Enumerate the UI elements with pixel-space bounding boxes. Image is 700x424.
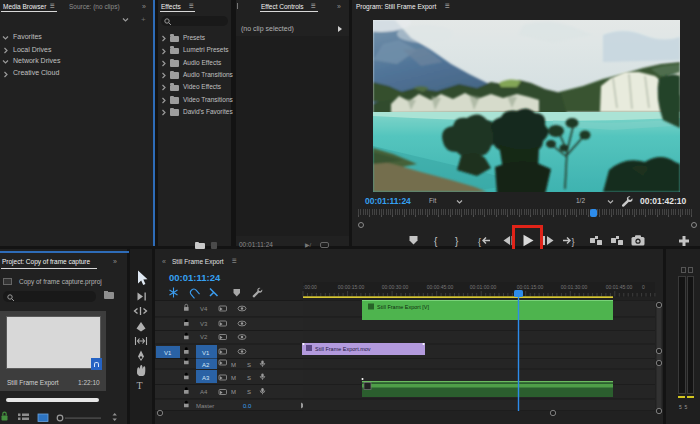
- svg-text:{: {: [434, 236, 438, 247]
- svg-text:A2: A2: [202, 362, 210, 368]
- svg-text:M: M: [231, 389, 236, 395]
- svg-text:}: }: [572, 237, 575, 247]
- svg-text:Still Frame Export [V]: Still Frame Export [V]: [377, 304, 429, 310]
- svg-text:0: 0: [642, 284, 645, 290]
- svg-text:V3: V3: [200, 321, 208, 327]
- svg-text:V1: V1: [202, 350, 210, 356]
- svg-text:00:01:30:00: 00:01:30:00: [561, 284, 588, 290]
- svg-text:M: M: [231, 375, 236, 381]
- svg-text:Still Frame Export.mov: Still Frame Export.mov: [315, 346, 371, 352]
- svg-text:00:01:45:00: 00:01:45:00: [606, 284, 633, 290]
- svg-text:S: S: [247, 375, 251, 381]
- svg-text:00:00:15:00: 00:00:15:00: [338, 284, 365, 290]
- svg-text:V1: V1: [164, 350, 172, 356]
- svg-text:V4: V4: [200, 306, 208, 312]
- svg-text:V2: V2: [200, 334, 208, 340]
- svg-text:00:01:15:00: 00:01:15:00: [517, 284, 544, 290]
- svg-text:S: S: [247, 389, 251, 395]
- svg-text:T: T: [137, 380, 143, 391]
- svg-text:00:00:30:00: 00:00:30:00: [382, 284, 409, 290]
- svg-text:{: {: [478, 237, 481, 247]
- svg-text:M: M: [231, 362, 236, 368]
- svg-text:S: S: [247, 362, 251, 368]
- svg-text:0.0: 0.0: [243, 403, 252, 409]
- svg-text:00:01:00:00: 00:01:00:00: [470, 284, 497, 290]
- svg-text:}: }: [455, 236, 459, 247]
- svg-text:00:00:45:00: 00:00:45:00: [427, 284, 454, 290]
- svg-text:A3: A3: [202, 375, 210, 381]
- svg-text::00:00: :00:00: [303, 284, 317, 290]
- svg-text:Master: Master: [196, 403, 214, 409]
- svg-text:A4: A4: [200, 389, 208, 395]
